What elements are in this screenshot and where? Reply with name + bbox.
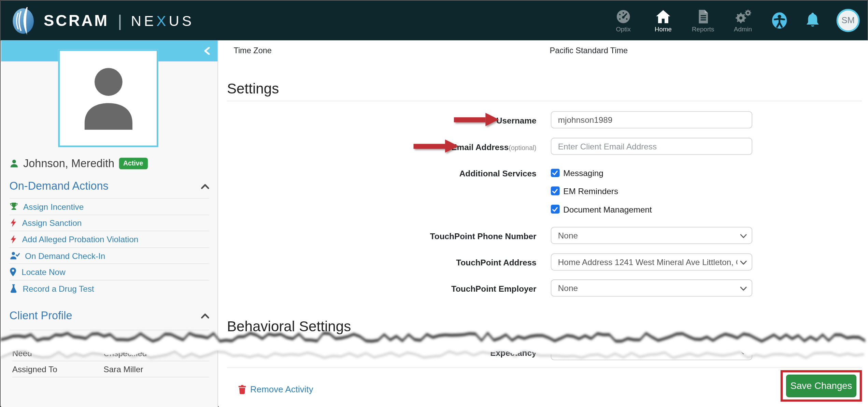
additional-services-label: Additional Services bbox=[219, 169, 537, 178]
action-assign-incentive[interactable]: Assign Incentive bbox=[10, 198, 209, 215]
touchpoint-phone-select[interactable]: None bbox=[551, 227, 752, 244]
email-label: Email Address(optional) bbox=[219, 142, 537, 152]
chevron-down-icon bbox=[740, 234, 746, 238]
gauge-icon bbox=[615, 8, 632, 25]
accessibility-icon bbox=[771, 11, 788, 30]
nav-item-admin[interactable]: Admin bbox=[730, 8, 756, 32]
nav-item-home[interactable]: Home bbox=[651, 8, 676, 32]
profile-row-assigned-to: Assigned To Sara Miller bbox=[12, 361, 209, 377]
app-window: SCRAM | NEXUS Optix Home bbox=[0, 0, 868, 407]
behavioral-settings-heading: Behavioral Settings bbox=[227, 318, 351, 335]
touchpoint-address-select[interactable]: Home Address 1241 West Mineral Ave Littl… bbox=[551, 253, 752, 270]
chevron-down-icon bbox=[740, 287, 746, 291]
timezone-label: Time Zone bbox=[233, 46, 272, 55]
expectancy-label: Expectancy bbox=[219, 348, 537, 358]
on-demand-actions-list: Assign Incentive Assign Sanction Add All… bbox=[10, 198, 209, 296]
check-icon bbox=[552, 170, 558, 176]
brand-nexus-text: NEXUS bbox=[131, 12, 195, 29]
client-photo-placeholder bbox=[58, 49, 158, 147]
save-highlight-annotation: Save Changes bbox=[781, 370, 862, 402]
action-locate-now[interactable]: Locate Now bbox=[10, 264, 209, 280]
main-content: Time Zone Pacific Standard Time Settings… bbox=[219, 40, 868, 407]
action-on-demand-check-in[interactable]: On Demand Check-In bbox=[10, 247, 209, 264]
scram-swoosh-icon bbox=[12, 7, 36, 35]
accessibility-button[interactable] bbox=[770, 11, 789, 30]
divider bbox=[227, 367, 862, 368]
top-navbar: SCRAM | NEXUS Optix Home bbox=[1, 1, 868, 41]
touchpoint-address-label: TouchPoint Address bbox=[219, 258, 537, 267]
map-marker-icon bbox=[10, 267, 17, 277]
remove-activity-link[interactable]: Remove Activity bbox=[238, 384, 313, 394]
profile-row-need: Need Unspecified bbox=[12, 345, 209, 361]
chevron-down-icon bbox=[740, 350, 746, 355]
action-assign-sanction[interactable]: Assign Sanction bbox=[10, 215, 209, 231]
email-input[interactable] bbox=[551, 138, 752, 155]
bolt-icon bbox=[10, 218, 17, 228]
action-add-alleged-probation-violation[interactable]: Add Alleged Probation Violation bbox=[10, 231, 209, 247]
bell-icon bbox=[805, 11, 821, 30]
section-on-demand-actions[interactable]: On-Demand Actions bbox=[10, 180, 209, 192]
chevron-down-icon bbox=[740, 260, 746, 265]
timezone-value: Pacific Standard Time bbox=[550, 46, 628, 55]
brand-logo[interactable]: SCRAM | NEXUS bbox=[12, 7, 194, 35]
chevron-up-icon bbox=[201, 313, 209, 318]
navbar-actions: Optix Home Reports bbox=[611, 1, 860, 41]
divider bbox=[10, 330, 209, 331]
document-management-checkbox[interactable] bbox=[551, 205, 559, 213]
messaging-checkbox[interactable] bbox=[551, 169, 559, 177]
nav-item-reports[interactable]: Reports bbox=[690, 8, 716, 32]
person-icon bbox=[10, 159, 19, 168]
checkbox-row-messaging: Messaging bbox=[551, 168, 603, 178]
checkbox-row-document-management: Document Management bbox=[551, 204, 652, 214]
divider bbox=[227, 101, 862, 101]
status-badge: Active bbox=[119, 158, 147, 169]
person-check-icon bbox=[10, 251, 20, 260]
user-avatar[interactable]: SM bbox=[837, 9, 860, 32]
check-icon bbox=[552, 188, 558, 194]
action-record-drug-test[interactable]: Record a Drug Test bbox=[10, 280, 209, 296]
collapse-sidebar-icon[interactable] bbox=[203, 47, 211, 55]
client-name-row: Johnson, Meredith Active bbox=[10, 157, 148, 170]
em-reminders-checkbox[interactable] bbox=[551, 187, 559, 195]
trash-icon bbox=[238, 384, 246, 394]
trophy-icon bbox=[10, 202, 18, 211]
username-input[interactable] bbox=[551, 111, 752, 128]
client-sidebar: Johnson, Meredith Active On-Demand Actio… bbox=[1, 40, 218, 407]
home-icon bbox=[655, 8, 672, 25]
chevron-up-icon bbox=[201, 184, 209, 189]
avatar-initials: SM bbox=[841, 15, 855, 25]
nav-item-optix[interactable]: Optix bbox=[611, 8, 636, 32]
bolt-icon bbox=[10, 235, 17, 244]
client-profile-fields: Need Unspecified Assigned To Sara Miller bbox=[12, 345, 209, 377]
gears-icon bbox=[734, 8, 752, 25]
section-client-profile[interactable]: Client Profile bbox=[10, 309, 209, 322]
document-icon bbox=[695, 8, 711, 25]
save-changes-button[interactable]: Save Changes bbox=[786, 375, 856, 397]
flask-icon bbox=[10, 284, 18, 293]
notifications-button[interactable] bbox=[803, 11, 822, 30]
check-icon bbox=[552, 206, 558, 212]
touchpoint-phone-label: TouchPoint Phone Number bbox=[219, 231, 537, 241]
checkbox-row-em-reminders: EM Reminders bbox=[551, 186, 618, 196]
settings-heading: Settings bbox=[227, 80, 279, 97]
touchpoint-employer-label: TouchPoint Employer bbox=[219, 284, 537, 293]
touchpoint-employer-select[interactable]: None bbox=[551, 279, 752, 296]
expectancy-select[interactable]: star bbox=[551, 343, 752, 360]
client-name: Johnson, Meredith bbox=[23, 157, 114, 170]
brand-scram-text: SCRAM bbox=[44, 12, 109, 30]
brand-divider: | bbox=[118, 12, 122, 30]
person-silhouette-icon bbox=[75, 62, 142, 135]
